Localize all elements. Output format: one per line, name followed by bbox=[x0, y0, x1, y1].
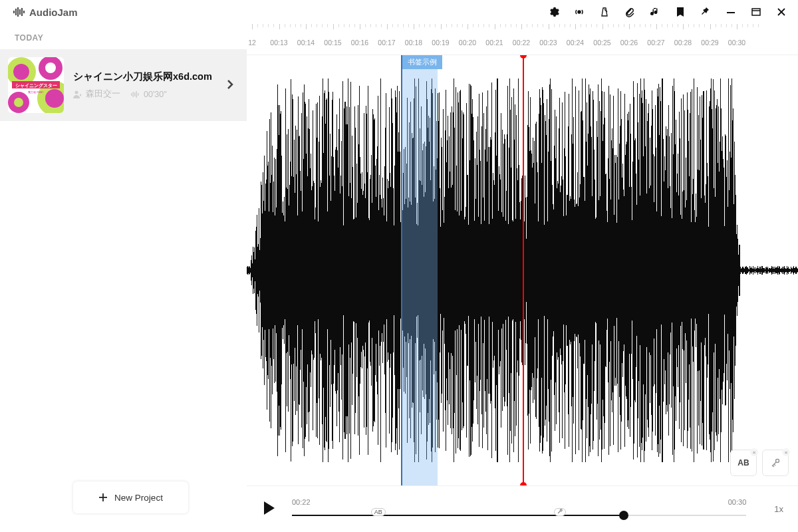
music-note-icon[interactable] bbox=[649, 6, 661, 18]
svg-rect-1 bbox=[15, 9, 17, 15]
ruler-label: 12 bbox=[248, 39, 256, 47]
ruler-label: 00:30 bbox=[728, 39, 745, 47]
svg-text:魔王魂 FEAT.: 魔王魂 FEAT. bbox=[28, 90, 44, 94]
ruler-label: 00:26 bbox=[620, 39, 638, 47]
ruler-label: 00:25 bbox=[593, 39, 610, 47]
svg-point-20 bbox=[14, 98, 23, 107]
svg-rect-28 bbox=[136, 91, 138, 98]
ruler-label: 00:28 bbox=[674, 39, 692, 47]
logo-bars-icon bbox=[13, 7, 25, 17]
svg-rect-8 bbox=[752, 9, 760, 15]
ab-loop-button[interactable]: AB × bbox=[730, 450, 757, 476]
ruler-label: 00:29 bbox=[701, 39, 718, 47]
svg-point-6 bbox=[578, 11, 581, 13]
svg-rect-7 bbox=[727, 12, 735, 13]
track-artist: 森田交一 bbox=[73, 88, 120, 100]
current-time: 00:22 bbox=[292, 498, 311, 506]
svg-rect-4 bbox=[21, 8, 23, 16]
close-icon[interactable] bbox=[775, 6, 787, 18]
new-project-label: New Project bbox=[114, 493, 163, 503]
svg-rect-26 bbox=[133, 92, 134, 97]
svg-rect-5 bbox=[23, 11, 25, 13]
svg-rect-0 bbox=[13, 11, 15, 13]
ruler-label: 00:21 bbox=[485, 39, 503, 47]
track-title: シャイニン小刀娱乐网x6d.com bbox=[73, 70, 224, 83]
track-artwork: シャイニングスター 魔王魂 FEAT. bbox=[8, 57, 64, 113]
ruler-label: 00:19 bbox=[432, 39, 449, 47]
ruler-label: 00:24 bbox=[567, 39, 584, 47]
bookmark-icon[interactable] bbox=[674, 6, 686, 18]
svg-rect-29 bbox=[138, 93, 139, 96]
ab-marker[interactable]: AB bbox=[371, 508, 386, 516]
play-button[interactable] bbox=[263, 501, 276, 518]
app-header: AudioJam bbox=[0, 0, 798, 24]
svg-point-16 bbox=[45, 63, 56, 73]
svg-rect-25 bbox=[131, 93, 132, 96]
svg-point-33 bbox=[560, 509, 562, 511]
total-time: 00:30 bbox=[728, 498, 747, 506]
metronome-icon[interactable] bbox=[598, 6, 610, 18]
attachment-icon[interactable] bbox=[624, 6, 636, 18]
minimize-icon[interactable] bbox=[725, 6, 737, 18]
svg-rect-2 bbox=[17, 7, 19, 17]
svg-point-32 bbox=[776, 460, 779, 463]
waveform-area[interactable]: 书签示例 AB × × bbox=[247, 55, 798, 485]
broadcast-icon[interactable] bbox=[573, 6, 585, 18]
svg-point-24 bbox=[75, 90, 78, 94]
ruler-label: 00:18 bbox=[405, 39, 422, 47]
settings-icon[interactable] bbox=[548, 6, 560, 18]
ruler-label: 00:22 bbox=[513, 39, 530, 47]
ruler-label: 00:27 bbox=[647, 39, 664, 47]
key-marker[interactable] bbox=[554, 508, 566, 516]
svg-point-14 bbox=[13, 64, 29, 80]
svg-point-18 bbox=[45, 89, 64, 108]
close-icon[interactable]: × bbox=[750, 448, 758, 456]
ruler-label: 00:16 bbox=[351, 39, 368, 47]
ruler-label: 00:14 bbox=[297, 39, 315, 47]
track-duration: 00'30" bbox=[131, 88, 167, 100]
ruler-label: 00:17 bbox=[378, 39, 395, 47]
ruler-label: 00:23 bbox=[539, 39, 557, 47]
bookmark-label: 书签示例 bbox=[402, 55, 442, 69]
playback-speed[interactable]: 1x bbox=[774, 504, 783, 514]
transport-bar: 00:22 00:30 AB 1x bbox=[247, 485, 798, 532]
ruler-label: 00:20 bbox=[459, 39, 476, 47]
sidebar: TODAY シャイニングスター 魔王魂 FEAT. bbox=[0, 24, 247, 532]
ruler-label: 00:13 bbox=[270, 39, 287, 47]
ruler-label: 00:15 bbox=[324, 39, 341, 47]
transport-slider[interactable]: AB bbox=[292, 510, 746, 521]
new-project-button[interactable]: New Project bbox=[73, 481, 188, 513]
main-editor: 1200:1300:1400:1500:1600:1700:1800:1900:… bbox=[247, 24, 798, 532]
section-label-today: TODAY bbox=[0, 24, 247, 49]
chevron-right-icon[interactable] bbox=[224, 78, 236, 93]
track-item[interactable]: シャイニングスター 魔王魂 FEAT. シャイニン小刀娱乐网x6d.com 森田… bbox=[0, 49, 247, 121]
playhead-dot[interactable] bbox=[619, 511, 628, 520]
close-icon[interactable]: × bbox=[782, 448, 790, 456]
svg-rect-3 bbox=[19, 9, 21, 15]
key-button[interactable]: × bbox=[762, 450, 789, 476]
timeline-ruler[interactable]: 1200:1300:1400:1500:1600:1700:1800:1900:… bbox=[247, 24, 798, 55]
pin-icon[interactable] bbox=[700, 6, 712, 18]
bookmark-region[interactable]: 书签示例 bbox=[401, 55, 438, 485]
svg-text:シャイニングスター: シャイニングスター bbox=[15, 83, 57, 88]
maximize-icon[interactable] bbox=[750, 6, 762, 18]
app-name: AudioJam bbox=[29, 7, 78, 18]
app-logo: AudioJam bbox=[13, 7, 78, 18]
playhead[interactable] bbox=[523, 55, 524, 485]
header-toolbar bbox=[548, 6, 787, 18]
svg-rect-27 bbox=[134, 92, 136, 96]
